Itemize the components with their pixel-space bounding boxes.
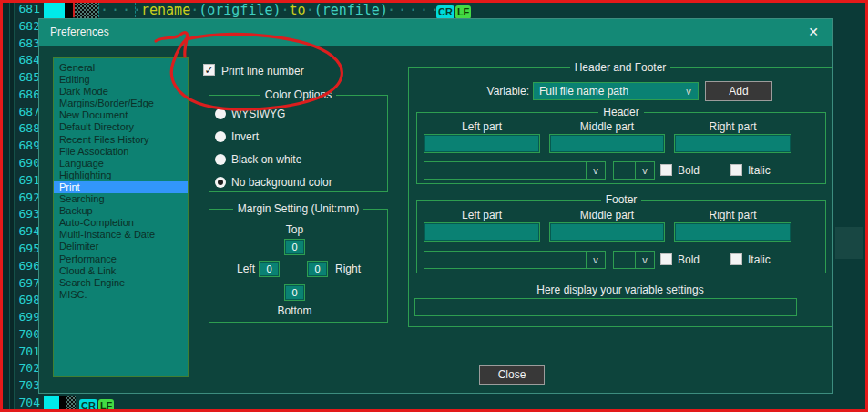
bottom-margin-input[interactable]: 0 <box>284 284 305 301</box>
checker-block <box>75 2 98 18</box>
radio-invert[interactable] <box>215 131 226 142</box>
header-middle-part-input[interactable] <box>549 134 665 153</box>
radio-label: WYSIWYG <box>231 108 285 120</box>
category-item-backup[interactable]: Backup <box>54 205 188 217</box>
code-text: rename·(origfile)·to·(renfile) <box>141 2 388 19</box>
category-item-general[interactable]: General <box>54 62 188 74</box>
header-size-dropdown[interactable]: v <box>613 161 655 180</box>
tab-stop-line <box>98 3 99 17</box>
chevron-down-icon[interactable]: v <box>635 162 654 179</box>
margin-setting-group: Margin Setting (Unit:mm) Top 0 Left 0 0 … <box>209 209 388 323</box>
lf-eol-badge: LF <box>98 399 114 412</box>
print-line-number-checkbox[interactable]: ✓ <box>203 64 215 76</box>
category-item-default-directory[interactable]: Default Directory <box>54 121 188 133</box>
caret-block <box>59 396 66 411</box>
close-icon[interactable]: ✕ <box>794 19 832 46</box>
variable-label: Variable: <box>445 85 529 98</box>
footer-bold-label: Bold <box>678 253 700 266</box>
top-margin-input[interactable]: 0 <box>284 239 305 255</box>
whitespace-dots: ···· <box>100 2 144 19</box>
right-margin-label: Right <box>335 263 361 275</box>
header-right-part-input[interactable] <box>674 134 791 153</box>
category-item-language[interactable]: Language <box>54 158 188 170</box>
left-margin-label: Left <box>222 263 255 275</box>
chevron-down-icon[interactable]: v <box>635 252 654 268</box>
category-item-cloud-link[interactable]: Cloud & Link <box>54 265 188 277</box>
chevron-down-icon[interactable]: v <box>679 83 698 99</box>
radio-black-on-white[interactable] <box>215 154 226 165</box>
radio-no-background-color[interactable] <box>215 177 226 188</box>
footer-bold-checkbox[interactable] <box>660 253 672 265</box>
category-item-searching[interactable]: Searching <box>54 193 188 205</box>
header-left-part-input[interactable] <box>424 134 540 153</box>
category-item-editing[interactable]: Editing <box>54 74 188 86</box>
header-footer-group: Header and Footer Variable: Full file na… <box>408 67 832 327</box>
category-item-file-association[interactable]: File Association <box>54 146 188 158</box>
category-item-search-engine[interactable]: Search Engine <box>54 277 188 289</box>
code-token: (renfile) <box>314 2 388 18</box>
variable-value: Full file name path <box>534 83 679 99</box>
eol-markers: CRLF <box>79 397 115 412</box>
header-right-part-label: Right part <box>674 120 791 133</box>
variable-display-input[interactable] <box>414 298 797 316</box>
footer-italic-checkbox[interactable] <box>730 253 742 265</box>
header-middle-part-label: Middle part <box>549 120 665 133</box>
variable-display-hint: Here display your variable settings <box>409 283 832 296</box>
header-font-dropdown[interactable]: v <box>424 161 606 180</box>
header-left-part-label: Left part <box>424 120 540 133</box>
footer-middle-part-input[interactable] <box>549 222 665 242</box>
category-item-highlighting[interactable]: Highlighting <box>54 170 188 181</box>
header-italic-label: Italic <box>748 164 771 177</box>
cr-eol-badge: CR <box>79 399 97 412</box>
line-number: 704 <box>15 396 44 412</box>
footer-middle-part-label: Middle part <box>549 209 665 221</box>
screenshot-root: 6816826836846856866876886896906916926936… <box>0 0 868 412</box>
footer-italic-label: Italic <box>748 253 771 266</box>
category-item-recent-files-history[interactable]: Recent Files History <box>54 134 188 146</box>
left-margin-input[interactable]: 0 <box>259 261 280 277</box>
dialog-title: Preferences <box>50 19 109 46</box>
checker-block <box>66 396 76 411</box>
right-margin-input[interactable]: 0 <box>307 261 328 277</box>
variable-dropdown[interactable]: Full file name path v <box>533 82 699 100</box>
category-list[interactable]: GeneralEditingDark ModeMargins/Border/Ed… <box>53 57 189 377</box>
radio-label: Black on white <box>231 153 301 166</box>
footer-right-part-label: Right part <box>674 209 791 221</box>
header-bold-checkbox[interactable] <box>660 164 672 176</box>
category-item-multi-instance-date[interactable]: Multi-Instance & Date <box>54 229 188 241</box>
header-italic-checkbox[interactable] <box>730 164 742 176</box>
chevron-down-icon[interactable]: v <box>586 252 605 268</box>
gutter-separator <box>9 0 10 412</box>
checkmark-icon: ✓ <box>204 64 213 77</box>
scrollbar-thumb[interactable] <box>835 227 863 259</box>
selection-block <box>44 396 59 411</box>
preferences-dialog: Preferences ✕ GeneralEditingDark ModeMar… <box>38 18 833 394</box>
category-item-print[interactable]: Print <box>54 181 188 193</box>
footer-size-dropdown[interactable]: v <box>613 251 655 269</box>
footer-left-part-input[interactable] <box>424 222 540 242</box>
category-item-dark-mode[interactable]: Dark Mode <box>54 86 188 98</box>
color-options-group: Color Options WYSIWYGInvertBlack on whit… <box>209 95 388 192</box>
add-button[interactable]: Add <box>705 81 772 101</box>
header-bold-label: Bold <box>678 164 700 177</box>
category-item-auto-completion[interactable]: Auto-Completion <box>54 217 188 229</box>
footer-font-dropdown[interactable]: v <box>424 251 606 269</box>
cr-eol-badge: CR <box>436 5 454 19</box>
category-item-misc-[interactable]: MISC. <box>54 289 188 301</box>
code-token: to <box>290 2 306 18</box>
close-button[interactable]: Close <box>479 365 545 385</box>
category-item-performance[interactable]: Performance <box>54 253 188 265</box>
group-title: Color Options <box>209 88 387 101</box>
code-token: · <box>281 2 290 18</box>
chevron-down-icon[interactable]: v <box>586 162 605 179</box>
radio-label: No background color <box>231 176 332 189</box>
footer-right-part-input[interactable] <box>674 222 791 242</box>
category-item-margins-border-edge[interactable]: Margins/Border/Edge <box>54 98 188 109</box>
group-title: Margin Setting (Unit:mm) <box>209 202 387 215</box>
dialog-titlebar[interactable]: Preferences ✕ <box>39 19 832 46</box>
category-item-delimiter[interactable]: Delimiter <box>54 241 188 252</box>
code-token: · <box>190 2 199 18</box>
header-group: Header Left part Middle part Right part … <box>416 112 826 184</box>
category-item-new-document[interactable]: New Document <box>54 109 188 121</box>
radio-wysiwyg[interactable] <box>215 108 226 119</box>
